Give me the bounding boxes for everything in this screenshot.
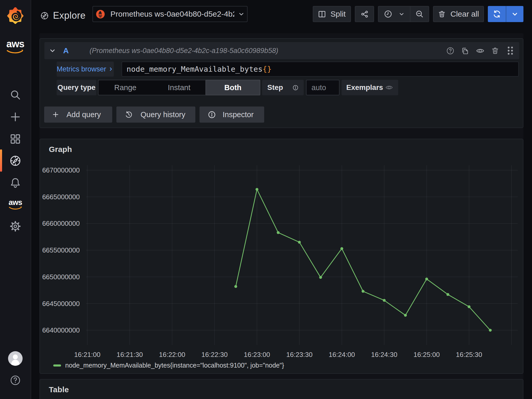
query-history-button[interactable]: Query history	[116, 107, 195, 123]
svg-text:16:21:30: 16:21:30	[117, 351, 143, 358]
plus-icon	[52, 111, 59, 118]
alerting-bell-icon[interactable]	[0, 176, 31, 189]
query-row-header[interactable]: A (Prometheus ws-0ae04b80-d5e2-4b2c-a198…	[44, 42, 519, 59]
add-query-button[interactable]: Add query	[44, 107, 112, 123]
legend-series-label[interactable]: node_memory_MemAvailable_bytes{instance=…	[65, 362, 284, 369]
eye-icon[interactable]	[385, 84, 393, 91]
drag-handle-icon[interactable]	[506, 45, 515, 56]
query-expression-selector: {}	[263, 65, 272, 74]
svg-text:6650000000: 6650000000	[42, 273, 80, 281]
chart-legend: node_memory_MemAvailable_bytes{instance=…	[53, 362, 284, 369]
page-title-text: Explore	[53, 10, 86, 21]
svg-text:16:22:00: 16:22:00	[159, 351, 185, 358]
angle-right-icon	[108, 66, 114, 72]
query-type-option-both[interactable]: Both	[205, 80, 260, 95]
svg-text:16:25:00: 16:25:00	[414, 351, 440, 358]
table-panel-title[interactable]: Table	[49, 385, 69, 394]
graph-panel: Graph 6670000000666500000066600000006655…	[39, 139, 523, 374]
step-label: Step	[262, 80, 304, 95]
query-type-option-range[interactable]: Range	[98, 80, 152, 95]
page-title: Explore	[40, 10, 86, 21]
time-series-chart[interactable]: 6670000000666500000066600000006655000000…	[40, 139, 523, 373]
datasource-picker[interactable]: Prometheus ws-0ae04b80-d5e2-4b2c-a198-5a…	[92, 6, 248, 22]
table-panel: Table	[39, 379, 523, 399]
trash-icon	[438, 10, 446, 18]
query-expression-row: Metrics browser node_memory_MemAvailable…	[57, 62, 519, 77]
prometheus-icon	[96, 10, 105, 18]
grafana-logo[interactable]	[0, 7, 31, 24]
svg-text:16:24:30: 16:24:30	[371, 351, 397, 358]
step-input[interactable]: auto	[306, 80, 340, 95]
chevron-down-icon	[398, 11, 405, 17]
chevron-down-icon	[511, 10, 518, 18]
eye-icon[interactable]	[476, 46, 484, 55]
dashboards-icon[interactable]	[0, 132, 31, 145]
duplicate-icon[interactable]	[461, 47, 469, 55]
datasource-value: Prometheus ws-0ae04b80-d5e2-4b2c-a198-5a…	[110, 10, 234, 18]
svg-text:6655000000: 6655000000	[42, 246, 80, 254]
refresh-icon	[493, 10, 501, 18]
svg-text:16:21:00: 16:21:00	[74, 351, 100, 358]
split-button[interactable]: Split	[313, 6, 351, 22]
avatar[interactable]	[0, 351, 31, 366]
query-expression-metric: node_memory_MemAvailable_bytes	[127, 65, 263, 74]
inspector-button[interactable]: Inspector	[200, 107, 264, 123]
sidebar: aws	[0, 0, 31, 399]
svg-text:6665000000: 6665000000	[42, 193, 80, 201]
history-icon	[125, 111, 133, 119]
trash-icon[interactable]	[491, 47, 499, 55]
explore-compass-icon	[40, 11, 49, 20]
sidebar-item-explore[interactable]	[0, 154, 31, 167]
plus-icon[interactable]	[0, 110, 31, 123]
chevron-down-icon	[238, 11, 245, 17]
svg-text:6660000000: 6660000000	[42, 220, 80, 227]
query-editor-panel: A (Prometheus ws-0ae04b80-d5e2-4b2c-a198…	[39, 38, 523, 128]
metrics-browser-button[interactable]: Metrics browser	[57, 62, 114, 77]
share-button[interactable]	[355, 6, 374, 22]
step-placeholder: auto	[311, 83, 326, 92]
time-range-group	[378, 6, 429, 22]
columns-icon	[318, 10, 326, 18]
query-type-label: Query type	[57, 80, 96, 95]
info-circle-icon[interactable]	[292, 85, 298, 91]
svg-text:16:22:30: 16:22:30	[201, 351, 228, 358]
top-toolbar: Explore Prometheus ws-0ae04b80-d5e2-4b2c…	[31, 0, 532, 29]
zoom-out-icon	[415, 10, 424, 18]
clock-icon	[384, 10, 392, 18]
query-actions-row: Add query Query history Inspector	[44, 107, 264, 123]
svg-text:6670000000: 6670000000	[42, 166, 80, 174]
aws-icon[interactable]: aws	[0, 197, 31, 212]
gear-icon[interactable]	[0, 220, 31, 233]
time-range-button[interactable]	[378, 6, 410, 22]
query-ref-id[interactable]: A	[63, 46, 69, 55]
refresh-button[interactable]	[488, 6, 506, 22]
query-row-actions	[446, 45, 515, 56]
svg-text:aws: aws	[6, 38, 24, 49]
svg-text:6645000000: 6645000000	[42, 300, 80, 308]
svg-text:16:25:30: 16:25:30	[456, 351, 482, 358]
svg-text:aws: aws	[9, 198, 22, 207]
query-type-radio-group: Range Instant Both	[98, 80, 260, 95]
zoom-out-button[interactable]	[410, 6, 429, 22]
query-type-option-instant[interactable]: Instant	[152, 80, 206, 95]
query-expression-input[interactable]: node_memory_MemAvailable_bytes{}	[122, 62, 519, 77]
collapse-chevron-icon[interactable]	[49, 47, 56, 55]
query-datasource-hint: (Prometheus ws-0ae04b80-d5e2-4b2c-a198-5…	[90, 47, 278, 55]
search-icon[interactable]	[0, 88, 31, 101]
help-circle-icon[interactable]	[446, 47, 454, 55]
query-options-row: Query type Range Instant Both Step auto …	[57, 80, 398, 95]
help-icon[interactable]	[0, 375, 31, 386]
legend-series-marker[interactable]	[53, 364, 61, 367]
run-query-split-button	[488, 6, 523, 22]
share-icon	[361, 10, 369, 18]
svg-text:16:23:30: 16:23:30	[286, 351, 312, 358]
exemplars-label: Exemplars	[342, 80, 398, 95]
info-circle-icon	[208, 111, 216, 119]
clear-all-button[interactable]: Clear all	[433, 6, 484, 22]
toolbar-actions: Split	[313, 6, 523, 22]
refresh-interval-button[interactable]	[506, 6, 523, 22]
svg-text:16:24:00: 16:24:00	[329, 351, 355, 358]
aws-logo[interactable]: aws	[0, 38, 31, 56]
svg-text:6640000000: 6640000000	[42, 326, 80, 334]
grafana-explore-page: aws	[0, 0, 532, 399]
